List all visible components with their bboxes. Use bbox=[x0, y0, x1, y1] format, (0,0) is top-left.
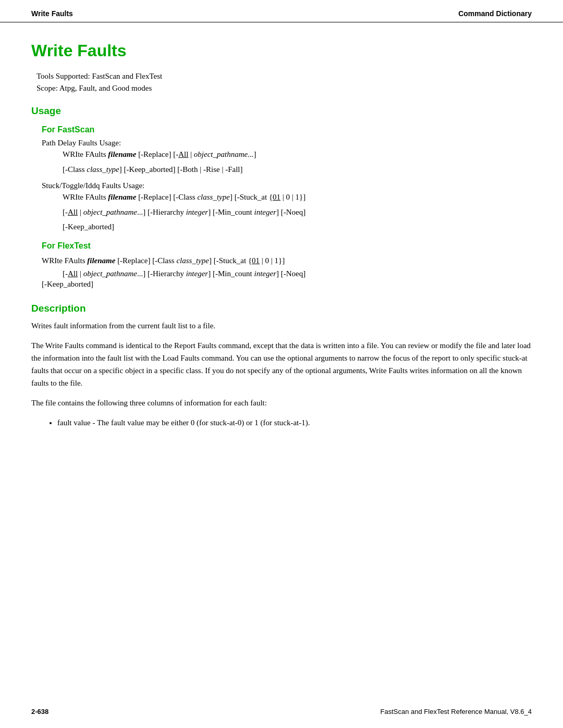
header-right: Command Dictionary bbox=[458, 9, 532, 18]
section-description: Description bbox=[31, 303, 532, 314]
header-left: Write Faults bbox=[31, 9, 73, 18]
stuck-label: Stuck/Toggle/Iddq Faults Usage: bbox=[42, 181, 532, 190]
section-usage: Usage bbox=[31, 105, 532, 117]
footer-manual-title: FastScan and FlexTest Reference Manual, … bbox=[381, 708, 532, 715]
footer-page-number: 2-638 bbox=[31, 708, 48, 715]
page-footer: 2-638 FastScan and FlexTest Reference Ma… bbox=[31, 708, 532, 715]
subsection-flextest: For FlexTest bbox=[42, 241, 532, 251]
path-delay-label: Path Delay Faults Usage: bbox=[42, 139, 532, 147]
flextest-line2: [-All | object_pathname...] [-Hierarchy … bbox=[63, 269, 532, 278]
path-delay-line1: WRIte FAults filename [-Replace] [-All |… bbox=[63, 149, 532, 161]
flextest-line3: [-Keep_aborted] bbox=[42, 278, 532, 290]
path-delay-line2: [-Class class_type] [-Keep_aborted] [-Bo… bbox=[63, 164, 532, 176]
main-content: Write Faults Tools Supported: FastScan a… bbox=[0, 22, 563, 464]
intro-tools: Tools Supported: FastScan and FlexTest bbox=[36, 72, 532, 81]
stuck-line1: WRIte FAults filename [-Replace] [-Class… bbox=[63, 191, 532, 203]
page-header: Write Faults Command Dictionary bbox=[0, 0, 563, 22]
bullet-list: fault value - The fault value may be eit… bbox=[57, 416, 532, 429]
stuck-line3: [-Keep_aborted] bbox=[63, 221, 532, 233]
page-title: Write Faults bbox=[31, 41, 532, 60]
stuck-line2: [-All | object_pathname...] [-Hierarchy … bbox=[63, 206, 532, 218]
intro-scope: Scope: Atpg, Fault, and Good modes bbox=[36, 84, 532, 93]
bullet-item-1: fault value - The fault value may be eit… bbox=[57, 416, 532, 429]
page: Write Faults Command Dictionary Write Fa… bbox=[0, 0, 563, 728]
desc-para2: The Write Faults command is identical to… bbox=[31, 339, 532, 389]
subsection-fastscan: For FastScan bbox=[42, 125, 532, 134]
desc-para1: Writes fault information from the curren… bbox=[31, 319, 532, 332]
desc-para3: The file contains the following three co… bbox=[31, 397, 532, 409]
flextest-line1: WRIte FAults filename [-Replace] [-Class… bbox=[42, 255, 532, 267]
